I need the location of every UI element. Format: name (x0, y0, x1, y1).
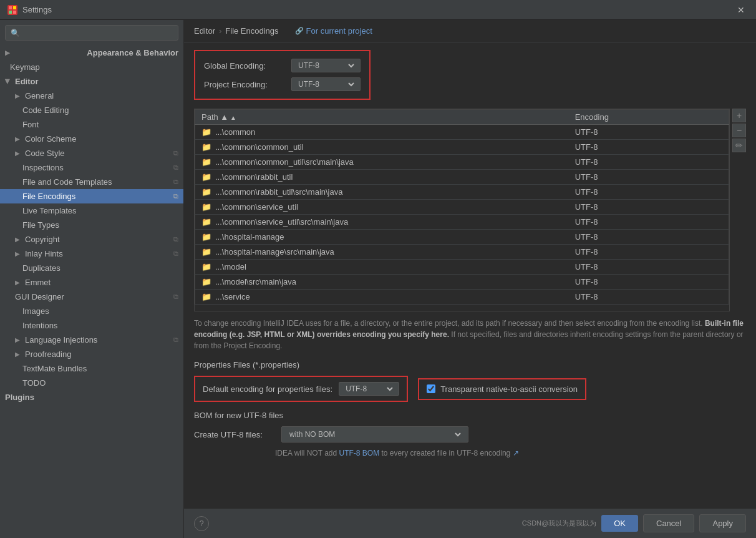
table-row[interactable]: 📁...\hospital-manageUTF-8 (195, 230, 729, 245)
info-text: To change encoding IntelliJ IDEA uses fo… (194, 318, 746, 351)
col-path[interactable]: Path ▲ (195, 110, 569, 125)
table-cell-encoding: UTF-8 (569, 185, 729, 200)
file-table-wrapper: Path ▲ Encoding 📁...\commonUTF-8📁...\com… (194, 109, 730, 311)
sidebar-label-inspections: Inspections (22, 163, 64, 172)
sidebar-item-appearance[interactable]: ▶ Appearance & Behavior (0, 46, 183, 60)
table-cell-encoding: UTF-8 (569, 215, 729, 230)
bom-create-select[interactable]: with NO BOM with BOM with BOM if needed (281, 426, 468, 443)
sidebar-item-language-injections[interactable]: ▶ Language Injections ⧉ (0, 333, 183, 347)
table-row[interactable]: 📁...\common\service_util\src\main\javaUT… (195, 215, 729, 230)
properties-title-text: Properties Files (*.properties) (194, 360, 299, 369)
properties-encoding-dropdown[interactable]: UTF-8 UTF-16 ISO-8859-1 (343, 384, 395, 394)
project-encoding-select[interactable]: UTF-8 UTF-16 ISO-8859-1 windows-1251 (291, 77, 361, 91)
edit-path-button[interactable]: ✏ (732, 139, 746, 152)
add-path-button[interactable]: + (732, 109, 746, 122)
search-input[interactable] (24, 28, 173, 37)
ok-button[interactable]: OK (601, 515, 638, 532)
expand-arrow-copyright: ▶ (15, 236, 20, 243)
bom-link[interactable]: UTF-8 BOM (339, 449, 379, 457)
bottom-bar: ? CSDN@我以为是我以为 OK Cancel Apply (184, 508, 756, 538)
sidebar-label-plugins: Plugins (5, 393, 34, 402)
sidebar-item-code-editing[interactable]: Code Editing (0, 103, 183, 117)
table-row[interactable]: 📁...\model\src\main\javaUTF-8 (195, 275, 729, 290)
table-row[interactable]: 📁...\common\rabbit_utilUTF-8 (195, 170, 729, 185)
sidebar-label-live-templates: Live Templates (22, 206, 76, 215)
sidebar-item-inspections[interactable]: Inspections ⧉ (0, 160, 183, 175)
help-button[interactable]: ? (194, 516, 209, 531)
table-row[interactable]: 📁...\hospital-manage\src\main\javaUTF-8 (195, 245, 729, 260)
sidebar-item-inlay-hints[interactable]: ▶ Inlay Hints ⧉ (0, 247, 183, 261)
sidebar-item-file-code-templates[interactable]: File and Code Templates ⧉ (0, 175, 183, 189)
table-container: Path ▲ Encoding 📁...\commonUTF-8📁...\com… (194, 109, 746, 318)
bom-create-label: Create UTF-8 files: (194, 430, 275, 439)
expand-arrow-lang-inject: ▶ (15, 336, 20, 343)
sidebar-label-todo: TODO (22, 378, 46, 388)
sidebar-item-todo[interactable]: TODO (0, 376, 183, 390)
sidebar-item-intentions[interactable]: Intentions (0, 318, 183, 333)
default-encoding-box: Default encoding for properties files: U… (194, 376, 408, 402)
sidebar-item-copyright[interactable]: ▶ Copyright ⧉ (0, 232, 183, 247)
sidebar-item-emmet[interactable]: ▶ Emmet (0, 275, 183, 290)
svg-rect-1 (13, 11, 16, 14)
sidebar-item-plugins[interactable]: Plugins (0, 390, 183, 404)
sidebar-label-inlay-hints: Inlay Hints (25, 249, 63, 258)
close-button[interactable]: ✕ (734, 4, 749, 16)
table-row[interactable]: 📁...\common\service_utilUTF-8 (195, 200, 729, 215)
sidebar-label-language-injections: Language Injections (25, 335, 97, 345)
table-cell-path: 📁...\model (195, 260, 569, 275)
copy-icon-copyright: ⧉ (173, 235, 178, 243)
project-encoding-dropdown[interactable]: UTF-8 UTF-16 ISO-8859-1 windows-1251 (296, 79, 356, 89)
bom-create-row: Create UTF-8 files: with NO BOM with BOM… (194, 426, 746, 443)
table-row[interactable]: 📁...\commonUTF-8 (195, 125, 729, 140)
bom-section: BOM for new UTF-8 files Create UTF-8 fil… (194, 411, 746, 457)
title-bar: Settings ✕ (0, 0, 756, 20)
table-cell-encoding: UTF-8 (569, 275, 729, 290)
expand-arrow-general: ▶ (15, 92, 20, 99)
table-cell-path: 📁...\common\rabbit_util\src\main\java (195, 185, 569, 200)
sidebar-item-duplicates[interactable]: Duplicates (0, 261, 183, 275)
sidebar-item-editor[interactable]: ▶ Editor (0, 74, 183, 89)
global-encoding-dropdown[interactable]: UTF-8 UTF-16 ISO-8859-1 windows-1251 (296, 61, 356, 71)
sidebar-item-font[interactable]: Font (0, 117, 183, 132)
table-row[interactable]: 📁...\common\common_utilUTF-8 (195, 140, 729, 155)
sidebar-label-appearance: Appearance & Behavior (87, 48, 178, 57)
table-row[interactable]: 📁...\common\rabbit_util\src\main\javaUTF… (195, 185, 729, 200)
project-encoding-label: Project Encoding: (204, 80, 291, 89)
apply-button[interactable]: Apply (699, 514, 746, 532)
expand-arrow-proofreading: ▶ (15, 351, 20, 358)
breadcrumb-project-link[interactable]: 🔗 For current project (295, 26, 372, 36)
remove-path-button[interactable]: − (732, 124, 746, 137)
search-box[interactable]: 🔍 (5, 25, 178, 41)
cancel-button[interactable]: Cancel (643, 514, 694, 532)
sidebar-item-textmate-bundles[interactable]: TextMate Bundles (0, 361, 183, 376)
table-cell-path: 📁...\service (195, 290, 569, 305)
properties-encoding-select[interactable]: UTF-8 UTF-16 ISO-8859-1 (339, 382, 399, 396)
sidebar-item-keymap[interactable]: Keymap (0, 60, 183, 74)
table-row[interactable]: 📁...\common\common_util\src\main\javaUTF… (195, 155, 729, 170)
transparent-conversion-label: Transparent native-to-ascii conversion (440, 384, 578, 394)
sidebar-label-intentions: Intentions (22, 321, 57, 330)
table-row[interactable]: 📁...\modelUTF-8 (195, 260, 729, 275)
content-area: Editor › File Encodings 🔗 For current pr… (184, 20, 756, 538)
global-encoding-select[interactable]: UTF-8 UTF-16 ISO-8859-1 windows-1251 (291, 59, 361, 72)
sidebar-item-live-templates[interactable]: Live Templates (0, 203, 183, 218)
sidebar-item-code-style[interactable]: ▶ Code Style ⧉ (0, 146, 183, 160)
sidebar-item-general[interactable]: ▶ General (0, 89, 183, 103)
sidebar-item-file-encodings[interactable]: File Encodings ⧉ (0, 189, 183, 203)
table-row[interactable]: 📁...\serviceUTF-8 (195, 290, 729, 305)
sidebar-item-proofreading[interactable]: ▶ Proofreading (0, 347, 183, 361)
bom-create-dropdown[interactable]: with NO BOM with BOM with BOM if needed (287, 429, 463, 439)
transparent-conversion-checkbox[interactable] (427, 384, 435, 393)
title-bar-left: Settings (7, 5, 52, 15)
sidebar-item-color-scheme[interactable]: ▶ Color Scheme (0, 132, 183, 146)
sidebar-item-file-types[interactable]: File Types (0, 218, 183, 232)
sidebar-item-gui-designer[interactable]: GUI Designer ⧉ (0, 290, 183, 304)
app-icon (7, 5, 17, 15)
sidebar-item-images[interactable]: Images (0, 304, 183, 318)
file-encoding-table: Path ▲ Encoding 📁...\commonUTF-8📁...\com… (195, 109, 729, 305)
project-encoding-row: Project Encoding: UTF-8 UTF-16 ISO-8859-… (204, 77, 361, 91)
table-action-buttons: + − ✏ (732, 109, 746, 152)
sidebar-label-file-code-templates: File and Code Templates (22, 177, 112, 187)
bottom-right-buttons: CSDN@我以为是我以为 OK Cancel Apply (522, 514, 746, 532)
transparent-conversion-box: Transparent native-to-ascii conversion (418, 378, 586, 400)
